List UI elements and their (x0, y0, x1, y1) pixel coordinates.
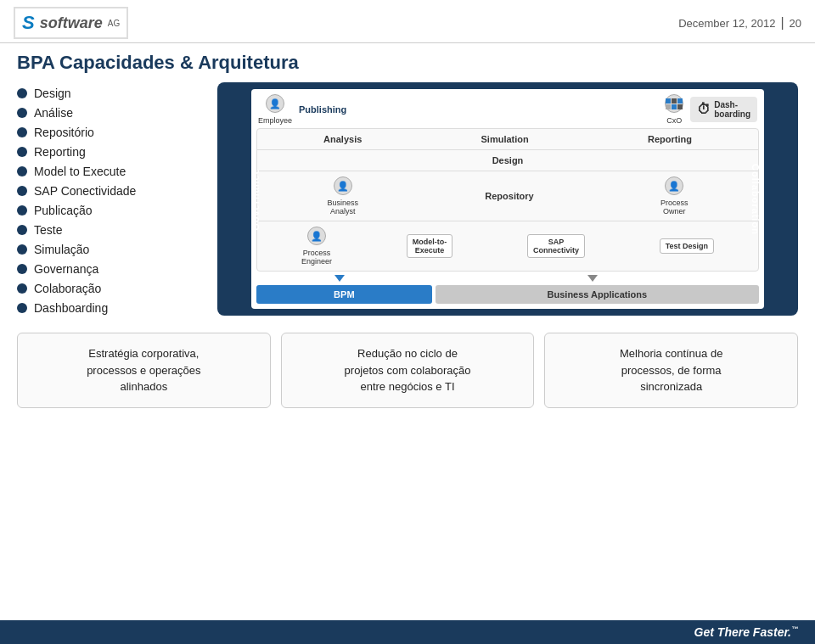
bullet-dot (17, 205, 27, 216)
header-page: 20 (790, 17, 801, 30)
logo-box: S software AG (14, 7, 128, 39)
cards-row: Estratégia corporativa,processos e opera… (17, 333, 798, 408)
bullet-dot (17, 108, 27, 118)
header-divider: | (780, 15, 784, 31)
bullet-dot (17, 244, 27, 255)
diagram-box: Governance Collaboration 👤 Employee Publ… (217, 82, 798, 316)
dashboarding-label: Dash-boarding (714, 100, 750, 119)
main-content: BPA Capacidades & Arquitetura Design Aná… (0, 43, 815, 417)
process-engineer-persona: 👤 ProcessEngineer (301, 227, 332, 266)
bpm-arrow (334, 275, 345, 282)
list-item: Design (17, 87, 204, 100)
process-owner-icon: 👤 (665, 176, 683, 195)
list-item: Simulação (17, 243, 204, 256)
card-2-text: Redução no ciclo deprojetos com colabora… (345, 347, 471, 393)
sap-connectivity-box: SAPConnectivity (527, 234, 585, 258)
analysis-label: Analysis (323, 134, 362, 144)
process-engineer-label: ProcessEngineer (301, 249, 332, 266)
design-label: Design (492, 155, 524, 165)
page-title: BPA Capacidades & Arquitetura (17, 52, 798, 74)
collaboration-label: Collaboration (750, 164, 761, 235)
card-3: Melhoria contínua deprocessos, de formas… (544, 333, 798, 408)
bottom-bars: BPM Business Applications (256, 285, 759, 304)
card-1-text: Estratégia corporativa,processos e opera… (87, 347, 200, 393)
main-layers: Analysis Simulation Reporting Design 👤 (256, 128, 759, 272)
footer-tm: ™ (791, 625, 798, 633)
row-design: Design (257, 150, 758, 171)
logo-area: S software AG (14, 7, 128, 39)
card-1: Estratégia corporativa,processos e opera… (17, 333, 271, 408)
business-analyst-persona: 👤 BusinessAnalyst (328, 176, 359, 216)
footer: Get There Faster.™ (0, 620, 815, 644)
list-item: Reporting (17, 145, 204, 159)
gauge-icon: ⏱ (697, 102, 711, 117)
biz-app-arrow (587, 275, 598, 282)
top-row: 👤 Employee Publishing (256, 94, 759, 125)
logo-text: software (40, 14, 103, 32)
card-2: Redução no ciclo deprojetos com colabora… (281, 333, 535, 408)
simulation-label: Simulation (481, 134, 529, 144)
header-meta: December 12, 2012 | 20 (678, 15, 801, 31)
row-analysis: Analysis Simulation Reporting (257, 129, 758, 150)
list-item: Dashboarding (17, 301, 204, 315)
list-item: Governança (17, 262, 204, 276)
content-row: Design Análise Repositório Reporting Mod… (17, 82, 798, 321)
publishing-label: Publishing (299, 104, 346, 115)
bullet-list: Design Análise Repositório Reporting Mod… (17, 82, 204, 321)
process-engineer-icon: 👤 (307, 227, 326, 245)
list-item: SAP Conectividade (17, 184, 204, 198)
cxo-label: CxO (666, 116, 682, 125)
cxo-persona: CxO (665, 94, 683, 125)
footer-slogan: Get There Faster.™ (694, 625, 798, 639)
row-repo: 👤 BusinessAnalyst Repository 👤 ProcessOw… (257, 171, 758, 221)
diagram-inner: 👤 Employee Publishing (251, 89, 764, 309)
governance-label: Governance (250, 168, 261, 231)
bullet-dot (17, 166, 27, 176)
business-analyst-label: BusinessAnalyst (328, 199, 359, 216)
process-owner-label: ProcessOwner (660, 199, 689, 216)
header-date: December 12, 2012 (678, 17, 775, 30)
dashboarding-box: ⏱ Dash-boarding (690, 97, 757, 122)
bullet-dot (17, 88, 27, 98)
card-3-text: Melhoria contínua deprocessos, de formas… (620, 347, 722, 393)
list-item: Colaboração (17, 282, 204, 295)
business-analyst-icon: 👤 (334, 176, 352, 195)
list-item: Teste (17, 223, 204, 237)
top-right: CxO ⏱ Dash-boarding (665, 94, 757, 125)
employee-persona: 👤 Employee (258, 94, 292, 125)
employee-label: Employee (258, 116, 292, 125)
bullet-dot (17, 283, 27, 294)
list-item: Publicação (17, 204, 204, 217)
bullet-dot (17, 147, 27, 157)
list-item: Model to Execute (17, 165, 204, 178)
top-left: 👤 Employee Publishing (258, 94, 346, 125)
diagram-area: Governance Collaboration 👤 Employee Publ… (217, 82, 798, 321)
list-item: Repositório (17, 126, 204, 139)
reporting-label: Reporting (648, 134, 692, 144)
list-item: Análise (17, 106, 204, 120)
bullet-dot (17, 186, 27, 196)
bullet-dot (17, 264, 27, 274)
bullet-dot (17, 303, 27, 313)
logo-s-icon: S (22, 12, 35, 34)
employee-icon: 👤 (266, 94, 284, 113)
cxo-icon (665, 94, 683, 113)
bullet-dot (17, 127, 27, 137)
biz-app-bar: Business Applications (436, 285, 759, 304)
arrows-row (256, 275, 759, 282)
model-execute-box: Model-to-Execute (407, 234, 453, 258)
bpm-bar: BPM (256, 285, 432, 304)
logo-ag: AG (108, 19, 120, 28)
process-owner-persona: 👤 ProcessOwner (660, 176, 689, 216)
bullet-dot (17, 225, 27, 235)
repository-label: Repository (485, 191, 533, 201)
grid-icon (666, 98, 683, 109)
header: S software AG December 12, 2012 | 20 (0, 0, 815, 43)
test-design-box: Test Design (660, 238, 714, 254)
row-execute: 👤 ProcessEngineer Model-to-Execute SAPCo… (257, 221, 758, 271)
